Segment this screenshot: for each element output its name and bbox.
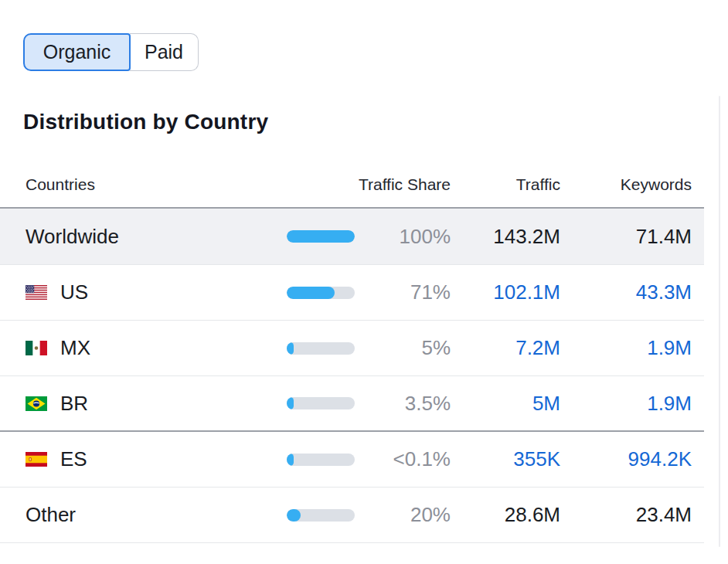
traffic-type-toggle: Organic Paid — [23, 33, 199, 71]
country-cell: MX — [26, 336, 287, 360]
traffic-value-link[interactable]: 102.1M — [451, 280, 560, 304]
country-cell: Other — [26, 503, 287, 527]
table-row-other: Other 20% 28.6M 23.4M — [0, 488, 704, 543]
country-label: US — [60, 280, 88, 304]
tab-organic[interactable]: Organic — [23, 33, 131, 71]
header-traffic: Traffic — [451, 175, 560, 194]
traffic-share-bar — [287, 509, 355, 522]
keywords-value-link[interactable]: 1.9M — [560, 392, 692, 416]
country-cell: ES — [26, 447, 287, 471]
table-row-mx: MX 5% 7.2M 1.9M — [0, 321, 704, 376]
scrollbar-track[interactable] — [719, 96, 720, 547]
keywords-value-link[interactable]: 994.2K — [560, 447, 692, 471]
header-traffic-share: Traffic Share — [287, 175, 451, 194]
keywords-value-link[interactable]: 43.3M — [560, 280, 692, 304]
country-label: Other — [26, 503, 76, 527]
country-label: BR — [60, 392, 88, 416]
keywords-value: 71.4M — [560, 225, 692, 249]
country-cell: BR — [26, 392, 287, 416]
traffic-value-link[interactable]: 7.2M — [451, 336, 560, 360]
table-row-br: BR 3.5% 5M 1.9M — [0, 376, 704, 432]
country-label: MX — [60, 336, 90, 360]
br-flag-icon — [26, 396, 47, 411]
traffic-value: 28.6M — [451, 503, 560, 527]
traffic-share-value: 3.5% — [355, 392, 451, 416]
table-row-worldwide: Worldwide 100% 143.2M 71.4M — [0, 209, 704, 265]
traffic-share-bar — [287, 342, 355, 355]
traffic-share-bar — [287, 454, 355, 466]
country-label: ES — [60, 447, 87, 471]
country-cell: US — [26, 280, 287, 304]
table-body: Worldwide 100% 143.2M 71.4M — [0, 207, 704, 543]
traffic-share-bar — [287, 230, 355, 243]
header-countries: Countries — [26, 175, 287, 194]
traffic-share-value: 100% — [355, 225, 451, 249]
country-cell: Worldwide — [26, 225, 287, 249]
traffic-value-link[interactable]: 355K — [451, 447, 560, 471]
es-flag-icon — [26, 452, 47, 467]
keywords-value-link[interactable]: 1.9M — [560, 336, 692, 360]
traffic-value-link[interactable]: 5M — [451, 392, 560, 416]
traffic-share-bar — [287, 397, 355, 409]
country-distribution-table: Countries Traffic Share Traffic Keywords… — [0, 162, 704, 543]
traffic-share-value: 20% — [355, 503, 451, 527]
country-label: Worldwide — [26, 225, 119, 249]
traffic-share-value: 71% — [355, 280, 451, 304]
traffic-share-value: <0.1% — [355, 447, 451, 471]
table-header-row: Countries Traffic Share Traffic Keywords — [0, 162, 704, 207]
keywords-value: 23.4M — [560, 503, 692, 527]
traffic-share-value: 5% — [355, 336, 451, 360]
us-flag-icon — [26, 285, 47, 300]
table-row-es: ES <0.1% 355K 994.2K — [0, 432, 704, 488]
header-keywords: Keywords — [560, 175, 692, 194]
traffic-value: 143.2M — [451, 225, 560, 249]
tab-paid[interactable]: Paid — [130, 33, 199, 71]
table-row-us: US 71% 102.1M 43.3M — [0, 265, 704, 321]
traffic-share-bar — [287, 287, 355, 299]
mx-flag-icon — [26, 341, 47, 355]
traffic-distribution-widget: Organic Paid Distribution by Country Cou… — [0, 0, 728, 564]
page-title: Distribution by Country — [23, 110, 268, 134]
